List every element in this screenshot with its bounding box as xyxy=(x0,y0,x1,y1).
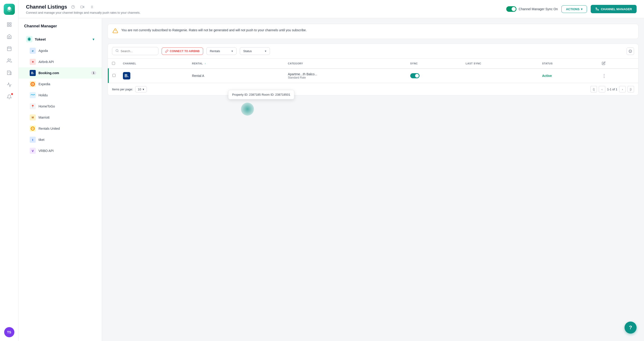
connect-airbnb-button[interactable]: CONNECT TO AIRBNB xyxy=(162,47,203,55)
sidebar-item-expedia[interactable]: Expedia xyxy=(18,78,102,90)
booking-logo-icon: B. xyxy=(30,70,36,76)
select-all-header[interactable] xyxy=(108,59,119,68)
help-icon[interactable] xyxy=(70,4,76,10)
row-kebab-menu-icon[interactable]: ⋮ xyxy=(602,73,606,78)
sidebar-item-rentals-united[interactable]: Rentals United xyxy=(18,123,102,134)
booking-channel-logo-icon: B. xyxy=(123,72,130,79)
table-header: CHANNEL RENTAL ↑ CATEGORY SYNC LAST SYNC… xyxy=(108,59,638,68)
connect-airbnb-label: CONNECT TO AIRBNB xyxy=(170,49,200,53)
video-icon[interactable] xyxy=(79,4,86,10)
svg-point-23 xyxy=(596,8,597,8)
actions-chevron-icon: ▾ xyxy=(581,7,582,11)
help-icon-label: ? xyxy=(629,325,632,331)
rentals-united-item-left: Rentals United xyxy=(30,126,60,132)
channel-manager-button[interactable]: CHANNEL MANAGER xyxy=(591,5,636,13)
sync-cell[interactable] xyxy=(406,68,462,83)
sync-toggle[interactable] xyxy=(506,6,516,12)
sidebar-item-agoda[interactable]: a Agoda xyxy=(18,45,102,56)
agoda-logo-icon: a xyxy=(30,48,36,54)
listings-table: CHANNEL RENTAL ↑ CATEGORY SYNC LAST SYNC… xyxy=(108,59,638,83)
page-header: Channel Listings xyxy=(18,0,644,18)
list-icon[interactable] xyxy=(88,4,95,10)
hometogo-item-left: 📍 HomeToGo xyxy=(30,103,55,109)
app-logo[interactable] xyxy=(4,4,15,15)
booking-count-badge: 1 xyxy=(91,71,96,75)
next-page-button[interactable]: › xyxy=(619,86,626,92)
tiket-logo-icon: t xyxy=(30,137,36,143)
row-sync-toggle[interactable] xyxy=(410,73,420,78)
help-button[interactable]: ? xyxy=(624,322,636,334)
marriott-item-left: M Marriott xyxy=(30,114,50,120)
prev-page-button[interactable]: ‹ xyxy=(599,86,605,92)
nav-home-icon[interactable] xyxy=(4,31,14,42)
actions-column-header xyxy=(598,59,638,68)
table-section: CONNECT TO AIRBNB Rentals ▾ Status ▾ xyxy=(108,43,638,95)
tokeet-label: Tokeet xyxy=(35,37,46,41)
last-sync-column-header: LAST SYNC xyxy=(462,59,538,68)
last-page-button[interactable]: |⟩ xyxy=(628,86,634,92)
svg-point-8 xyxy=(8,59,9,60)
vrbo-logo-icon: V xyxy=(30,148,36,154)
sidebar-item-tiket[interactable]: t tiket xyxy=(18,134,102,145)
row-checkbox-cell[interactable] xyxy=(108,68,119,83)
nav-contacts-icon[interactable] xyxy=(4,56,14,66)
tokeet-logo-icon xyxy=(26,36,32,42)
items-per-page-select[interactable]: 10 ▾ xyxy=(135,86,146,92)
row-actions-cell[interactable]: ⋮ xyxy=(598,68,638,83)
expedia-item-left: Expedia xyxy=(30,81,50,87)
sidebar-item-marriott[interactable]: M Marriott xyxy=(18,112,102,123)
select-all-checkbox[interactable] xyxy=(112,62,115,65)
status-cell: Active xyxy=(538,68,598,83)
rentals-united-label: Rentals United xyxy=(38,127,60,130)
actions-button[interactable]: ACTIONS ▾ xyxy=(562,5,587,13)
items-per-page-chevron-icon: ▾ xyxy=(142,88,144,91)
svg-marker-14 xyxy=(83,6,84,8)
nav-bell-icon[interactable] xyxy=(4,92,14,102)
user-avatar[interactable]: TS xyxy=(4,327,14,337)
sidebar-item-hometogo[interactable]: 📍 HomeToGo xyxy=(18,101,102,112)
hometogo-logo-icon: 📍 xyxy=(30,103,36,109)
nav-buildings-icon[interactable] xyxy=(4,68,14,78)
nav-calendar-icon[interactable] xyxy=(4,43,14,54)
page-subtitle: Connect and manage your channel listings… xyxy=(26,11,140,14)
tokeet-group-left: Tokeet xyxy=(26,36,46,42)
channel-cell-content: B. xyxy=(123,72,184,79)
category-text: Apartme...th Balco... xyxy=(288,72,317,76)
sync-label: Channel Manager Sync On xyxy=(519,7,558,11)
sidebar-item-booking[interactable]: B. Booking.com 1 xyxy=(18,67,102,78)
nav-reports-icon[interactable] xyxy=(4,80,14,90)
items-per-page-label: Items per page: xyxy=(112,88,133,91)
table-row: B. Rental A Apartme...th Balco... Standa… xyxy=(108,68,638,83)
remove-button[interactable] xyxy=(626,47,634,55)
marriott-logo-icon: M xyxy=(30,114,36,120)
items-per-page-value: 10 xyxy=(138,88,141,91)
notification-badge xyxy=(11,93,13,95)
rental-column-header[interactable]: RENTAL ↑ xyxy=(188,59,260,68)
search-input[interactable] xyxy=(120,49,155,53)
pagination-row: Items per page: 10 ▾ ⟨| ‹ 1-1 of 1 › |⟩ xyxy=(108,83,638,95)
search-box[interactable] xyxy=(112,47,158,55)
status-filter-label: Status xyxy=(243,49,252,53)
first-page-button[interactable]: ⟨| xyxy=(590,86,597,92)
sync-toggle-area: Channel Manager Sync On xyxy=(506,6,558,12)
svg-rect-4 xyxy=(7,47,11,51)
sidebar-group-tokeet[interactable]: Tokeet ▾ xyxy=(20,33,100,45)
rentals-filter-chevron-icon: ▾ xyxy=(232,49,233,53)
svg-rect-15 xyxy=(81,6,83,8)
left-navigation: TS xyxy=(0,0,18,341)
sidebar-item-airbnb[interactable]: ✦ Airbnb API xyxy=(18,56,102,67)
category-cell: Apartme...th Balco... Standard Rate xyxy=(284,68,406,83)
svg-point-22 xyxy=(598,9,598,10)
airbnb-item-left: ✦ Airbnb API xyxy=(30,59,54,65)
nav-dashboard-icon[interactable] xyxy=(4,19,14,30)
expedia-label: Expedia xyxy=(38,82,50,86)
tokeet-chevron-icon: ▾ xyxy=(92,37,94,41)
row-checkbox[interactable] xyxy=(112,74,116,77)
sidebar-item-vrbo[interactable]: V VRBO API xyxy=(18,145,102,156)
rentals-filter[interactable]: Rentals ▾ xyxy=(206,47,236,55)
items-per-page-area: Items per page: 10 ▾ xyxy=(112,86,147,92)
sidebar-item-holidu[interactable]: Holidu xyxy=(18,90,102,101)
svg-rect-2 xyxy=(7,25,8,26)
rentals-filter-label: Rentals xyxy=(210,49,220,53)
status-filter[interactable]: Status ▾ xyxy=(240,47,270,55)
